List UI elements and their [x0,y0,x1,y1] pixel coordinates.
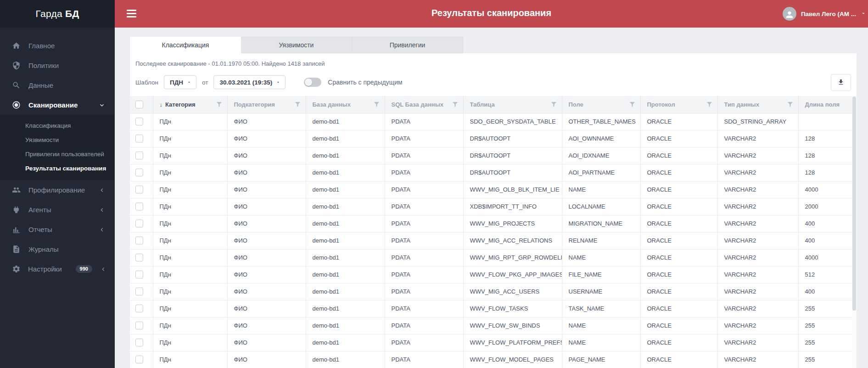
table-row: ПДнФИОdemo-bd1PDATAXDB$IMPORT_TT_INFOLOC… [130,198,852,215]
cell-category: ПДн [153,181,227,198]
filter-icon[interactable] [217,102,222,107]
hamburger-menu-icon[interactable] [127,10,136,19]
content-area: Классификация Уязвимости Привилегии Посл… [115,28,868,368]
row-checkbox[interactable] [135,322,143,329]
row-checkbox[interactable] [135,135,143,142]
cell-category: ПДн [153,266,227,283]
sidebar-item-main[interactable]: Главное [0,36,115,56]
sidebar-item-reports[interactable]: Отчеты [0,220,115,239]
column-header-protocol[interactable]: Протокол [640,96,717,113]
sidebar-item-data[interactable]: Данные [0,75,115,95]
row-checkbox[interactable] [135,220,143,227]
cell-data_type: VARCHAR2 [717,164,798,181]
filter-icon[interactable] [374,102,379,107]
row-checkbox[interactable] [135,254,143,261]
filter-icon[interactable] [707,102,712,107]
cell-data_type: VARCHAR2 [717,198,798,215]
cell-category: ПДн [153,147,227,164]
sidebar-item-settings[interactable]: Настройки 990 [0,259,115,279]
vertical-scrollbar [852,96,857,368]
cell-sql_database: PDATA [385,232,463,249]
from-label: от [202,79,208,86]
submenu-item-scan-results[interactable]: Результаты сканирования [0,161,115,176]
cell-table: WWV_FLOW_MODEL_PAGES [463,351,562,368]
sidebar-item-label: Данные [28,81,53,89]
cell-sql_database: PDATA [385,113,463,130]
cell-protocol: ORACLE [640,198,717,215]
column-header-sql-database[interactable]: SQL База данных [385,96,463,113]
cell-category: ПДн [153,113,227,130]
table-row: ПДнФИОdemo-bd1PDATAWWV_FLOW_SW_BINDSNAME… [130,317,852,334]
cell-protocol: ORACLE [640,232,717,249]
column-label: База данных [313,101,351,108]
cell-data_type: VARCHAR2 [717,351,798,368]
submenu-item-user-privileges[interactable]: Привилегии пользователей [0,147,115,161]
table-row: ПДнФИОdemo-bd1PDATAWWV_FLOW_MODEL_PAGESP… [130,351,852,368]
scrollbar-thumb[interactable] [852,96,856,311]
column-label: Протокол [647,101,675,108]
cell-sql_database: PDATA [385,181,463,198]
tab-vulnerabilities[interactable]: Уязвимости [241,37,352,53]
row-checkbox[interactable] [135,339,143,346]
table-header: ↓ Категория Подкатегория [130,96,852,113]
cell-database: demo-bd1 [306,317,385,334]
filter-icon[interactable] [295,102,300,107]
filter-icon[interactable] [453,102,458,107]
select-all-cell [130,96,153,113]
user-menu[interactable]: Павел Лего (АМ ... [783,7,866,21]
export-button[interactable] [831,74,851,91]
sidebar-item-policies[interactable]: Политики [0,56,115,75]
cell-subcategory: ФИО [227,181,306,198]
row-checkbox[interactable] [135,169,143,176]
column-header-field[interactable]: Поле [562,96,640,113]
cell-protocol: ORACLE [640,283,717,300]
submenu-item-classification[interactable]: Классификация [0,119,115,133]
row-checkbox[interactable] [135,203,143,210]
cell-data_type: VARCHAR2 [717,181,798,198]
sidebar-item-scanning[interactable]: Сканирование [0,95,115,115]
submenu-item-vulnerabilities[interactable]: Уязвимости [0,133,115,147]
row-checkbox[interactable] [135,305,143,312]
row-checkbox[interactable] [135,271,143,278]
bar-chart-icon [12,225,21,234]
template-select[interactable]: ПДН [164,75,196,89]
page-title: Результаты сканирования [431,8,551,18]
sidebar-item-journals[interactable]: Журналы [0,239,115,259]
date-select[interactable]: 30.03.2021 (19:35) [213,75,286,89]
template-label: Шаблон [135,79,158,86]
row-checkbox-cell [130,300,153,317]
row-checkbox[interactable] [135,118,143,125]
row-checkbox[interactable] [135,186,143,193]
column-header-field-length[interactable]: Длина поля [798,96,852,113]
sidebar-item-profiling[interactable]: Профилирование [0,180,115,200]
tab-classification[interactable]: Классификация [130,37,241,53]
column-header-subcategory[interactable]: Подкатегория [227,96,306,113]
cell-database: demo-bd1 [306,266,385,283]
tab-bar: Классификация Уязвимости Привилегии [130,37,857,53]
column-header-database[interactable]: База данных [306,96,385,113]
row-checkbox[interactable] [135,237,143,244]
column-header-data-type[interactable]: Тип данных [717,96,798,113]
sidebar: Гарда БД Главное Политики Данные [0,0,115,368]
sidebar-item-label: Настройки [28,265,62,273]
cell-field_length: 400 [798,215,852,232]
column-header-table[interactable]: Таблица [463,96,562,113]
cell-category: ПДн [153,232,227,249]
select-all-checkbox[interactable] [135,101,143,108]
row-checkbox[interactable] [135,356,143,363]
cell-table: DR$AUTOOPT [463,130,562,147]
column-header-category[interactable]: ↓ Категория [153,96,227,113]
cell-protocol: ORACLE [640,164,717,181]
filter-icon[interactable] [788,102,793,107]
person-icon [784,10,795,20]
compare-toggle[interactable] [304,78,321,87]
tab-privileges[interactable]: Привилегии [352,37,463,53]
row-checkbox[interactable] [135,288,143,295]
row-checkbox[interactable] [135,152,143,159]
cell-category: ПДн [153,283,227,300]
filter-icon[interactable] [551,102,556,107]
filter-icon[interactable] [630,102,635,107]
cell-sql_database: PDATA [385,317,463,334]
sidebar-item-agents[interactable]: Агенты [0,200,115,220]
sidebar-item-label: Политики [28,62,59,69]
